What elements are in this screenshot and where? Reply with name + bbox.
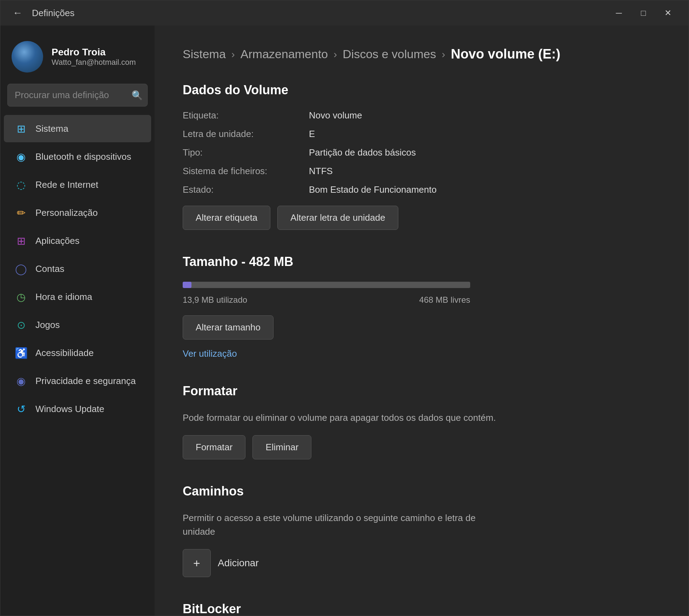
size-section: Tamanho - 482 MB 13,9 MB utilizado 468 M… bbox=[183, 254, 661, 359]
view-usage-link[interactable]: Ver utilização bbox=[183, 348, 237, 359]
sidebar-item-contas[interactable]: ◯ Contas bbox=[4, 255, 151, 282]
storage-labels: 13,9 MB utilizado 468 MB livres bbox=[183, 295, 470, 305]
volume-field-2: Tipo: Partição de dados básicos bbox=[183, 147, 661, 158]
back-button[interactable]: ← bbox=[9, 4, 26, 22]
add-path-row: + Adicionar bbox=[183, 549, 661, 577]
breadcrumb-current: Novo volume (E:) bbox=[451, 47, 560, 62]
close-button[interactable]: ✕ bbox=[656, 4, 680, 22]
nav-icon-jogos: ⊙ bbox=[14, 317, 28, 332]
sidebar-item-acessibilidade[interactable]: ♿ Acessibilidade bbox=[4, 339, 151, 367]
storage-used-label: 13,9 MB utilizado bbox=[183, 295, 247, 305]
volume-field-3: Sistema de ficheiros: NTFS bbox=[183, 166, 661, 177]
search-input[interactable] bbox=[7, 84, 148, 107]
breadcrumb-sep-2: › bbox=[442, 48, 445, 60]
nav-label-contas: Contas bbox=[35, 263, 64, 274]
field-value-3: NTFS bbox=[309, 166, 333, 177]
volume-field-0: Etiqueta: Novo volume bbox=[183, 110, 661, 121]
nav-label-sistema: Sistema bbox=[35, 123, 68, 134]
format-buttons: Formatar Eliminar bbox=[183, 435, 661, 459]
nav-icon-privacidade: ◉ bbox=[14, 374, 28, 388]
sidebar-item-rede[interactable]: ◌ Rede e Internet bbox=[4, 171, 151, 198]
size-title: Tamanho - 482 MB bbox=[183, 254, 661, 269]
minimize-button[interactable]: ─ bbox=[607, 4, 631, 22]
field-label-4: Estado: bbox=[183, 184, 309, 195]
nav-icon-acessibilidade: ♿ bbox=[14, 345, 28, 360]
bitlocker-title: BitLocker bbox=[183, 602, 661, 616]
format-section: Formatar Pode formatar ou eliminar o vol… bbox=[183, 384, 661, 459]
sidebar: Pedro Troia Watto_fan@hotmail.com 🔍 ⊞ Si… bbox=[0, 26, 155, 616]
nav-icon-hora: ◷ bbox=[14, 289, 28, 304]
sidebar-item-windows_update[interactable]: ↺ Windows Update bbox=[4, 395, 151, 423]
avatar bbox=[12, 41, 43, 73]
format-button[interactable]: Formatar bbox=[183, 435, 245, 459]
titlebar-title: Definições bbox=[32, 8, 74, 19]
sidebar-item-bluetooth[interactable]: ◉ Bluetooth e dispositivos bbox=[4, 143, 151, 170]
sidebar-item-hora[interactable]: ◷ Hora e idioma bbox=[4, 283, 151, 310]
nav-icon-personalizacao: ✏ bbox=[14, 205, 28, 220]
profile-name: Pedro Troia bbox=[52, 47, 136, 58]
titlebar: ← Definições ─ □ ✕ bbox=[0, 0, 689, 26]
volume-buttons: Alterar etiqueta Alterar letra de unidad… bbox=[183, 206, 661, 230]
delete-button[interactable]: Eliminar bbox=[252, 435, 311, 459]
sidebar-item-personalizacao[interactable]: ✏ Personalização bbox=[4, 199, 151, 226]
field-value-2: Partição de dados básicos bbox=[309, 147, 416, 158]
sidebar-item-jogos[interactable]: ⊙ Jogos bbox=[4, 311, 151, 338]
storage-bar-fill bbox=[183, 282, 191, 288]
nav-label-windows_update: Windows Update bbox=[35, 404, 104, 415]
paths-description: Permitir o acesso a este volume utilizan… bbox=[183, 511, 498, 539]
change-label-button[interactable]: Alterar etiqueta bbox=[183, 206, 270, 230]
volume-data-section: Dados do Volume Etiqueta: Novo volume Le… bbox=[183, 83, 661, 230]
titlebar-controls: ─ □ ✕ bbox=[607, 4, 680, 22]
paths-section: Caminhos Permitir o acesso a este volume… bbox=[183, 484, 661, 577]
sidebar-item-sistema[interactable]: ⊞ Sistema bbox=[4, 115, 151, 142]
profile-info: Pedro Troia Watto_fan@hotmail.com bbox=[52, 47, 136, 67]
nav-label-hora: Hora e idioma bbox=[35, 292, 92, 302]
sidebar-item-aplicacoes[interactable]: ⊞ Aplicações bbox=[4, 227, 151, 254]
breadcrumb-part-0: Sistema bbox=[183, 47, 226, 61]
nav-icon-windows_update: ↺ bbox=[14, 402, 28, 416]
volume-field-4: Estado: Bom Estado de Funcionamento bbox=[183, 184, 661, 195]
size-buttons: Alterar tamanho bbox=[183, 315, 661, 340]
nav-icon-contas: ◯ bbox=[14, 261, 28, 276]
main-content: Sistema›Armazenamento›Discos e volumes›N… bbox=[155, 26, 689, 616]
nav-label-privacidade: Privacidade e segurança bbox=[35, 376, 136, 386]
nav-label-aplicacoes: Aplicações bbox=[35, 235, 80, 246]
volume-data-title: Dados do Volume bbox=[183, 83, 661, 97]
search-box: 🔍 bbox=[7, 84, 148, 107]
bitlocker-section: BitLocker Proteger os dados neste volume… bbox=[183, 602, 661, 616]
breadcrumb-part-1: Armazenamento bbox=[241, 47, 328, 61]
add-path-label: Adicionar bbox=[218, 557, 259, 569]
nav-label-jogos: Jogos bbox=[35, 320, 60, 330]
format-title: Formatar bbox=[183, 384, 661, 398]
content-area: Pedro Troia Watto_fan@hotmail.com 🔍 ⊞ Si… bbox=[0, 26, 689, 616]
nav-label-acessibilidade: Acessibilidade bbox=[35, 348, 94, 358]
storage-free-label: 468 MB livres bbox=[419, 295, 470, 305]
field-value-4: Bom Estado de Funcionamento bbox=[309, 184, 437, 195]
field-label-0: Etiqueta: bbox=[183, 110, 309, 121]
sidebar-nav: ⊞ Sistema ◉ Bluetooth e dispositivos ◌ R… bbox=[0, 115, 155, 423]
field-label-1: Letra de unidade: bbox=[183, 129, 309, 139]
breadcrumb: Sistema›Armazenamento›Discos e volumes›N… bbox=[183, 47, 661, 62]
field-label-2: Tipo: bbox=[183, 147, 309, 158]
add-path-button[interactable]: + bbox=[183, 549, 211, 577]
change-letter-button[interactable]: Alterar letra de unidade bbox=[277, 206, 398, 230]
breadcrumb-sep-1: › bbox=[333, 48, 337, 60]
restore-button[interactable]: □ bbox=[631, 4, 656, 22]
sidebar-item-privacidade[interactable]: ◉ Privacidade e segurança bbox=[4, 367, 151, 395]
storage-bar bbox=[183, 282, 470, 288]
paths-title: Caminhos bbox=[183, 484, 661, 499]
nav-label-rede: Rede e Internet bbox=[35, 179, 98, 190]
titlebar-left: ← Definições bbox=[9, 4, 74, 22]
nav-icon-aplicacoes: ⊞ bbox=[14, 233, 28, 248]
nav-icon-rede: ◌ bbox=[14, 177, 28, 192]
volume-field-1: Letra de unidade: E bbox=[183, 129, 661, 139]
nav-label-personalizacao: Personalização bbox=[35, 207, 98, 218]
nav-icon-bluetooth: ◉ bbox=[14, 149, 28, 164]
search-icon[interactable]: 🔍 bbox=[131, 90, 143, 101]
breadcrumb-sep-0: › bbox=[231, 48, 235, 60]
field-value-1: E bbox=[309, 129, 315, 139]
profile-email: Watto_fan@hotmail.com bbox=[52, 58, 136, 67]
settings-window: ← Definições ─ □ ✕ Pedro Troia Watto_fan… bbox=[0, 0, 689, 616]
change-size-button[interactable]: Alterar tamanho bbox=[183, 315, 273, 340]
breadcrumb-part-2: Discos e volumes bbox=[343, 47, 436, 61]
